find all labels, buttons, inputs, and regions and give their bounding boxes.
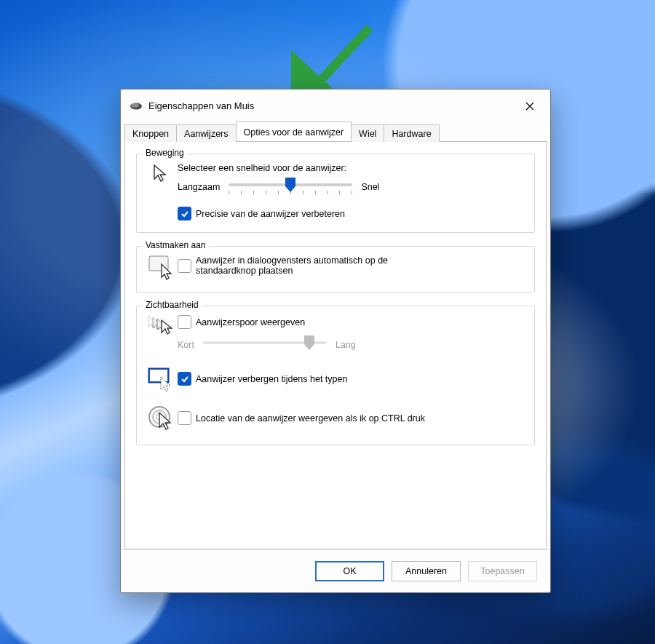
close-icon [525, 102, 534, 111]
checkbox-icon [178, 259, 191, 273]
apply-button[interactable]: Toepassen [468, 561, 537, 581]
trail-short-label: Kort [178, 340, 194, 350]
enhance-precision-label: Precisie van de aanwijzer verbeteren [196, 209, 345, 219]
checkbox-icon [178, 372, 191, 386]
tab-hardware[interactable]: Hardware [384, 124, 439, 142]
ctrl-locate-icon [146, 405, 178, 433]
checkbox-icon [178, 315, 191, 329]
slider-slow-label: Langzaam [178, 182, 220, 192]
close-button[interactable] [514, 94, 546, 118]
tab-buttons[interactable]: Knoppen [124, 124, 177, 142]
snap-to-default-checkbox[interactable]: Aanwijzer in dialoogvensters automatisch… [178, 255, 436, 276]
titlebar[interactable]: Eigenschappen van Muis [121, 90, 550, 122]
checkbox-icon [178, 207, 191, 220]
hide-while-typing-label: Aanwijzer verbergen tijdens het typen [196, 374, 347, 384]
tab-strip: Knoppen Aanwijzers Opties voor de aanwij… [121, 121, 550, 141]
trail-long-label: Lang [336, 340, 356, 350]
enhance-precision-checkbox[interactable]: Precisie van de aanwijzer verbeteren [178, 207, 345, 220]
dialog-footer: OK Annuleren Toepassen [121, 549, 550, 592]
group-visibility-legend: Zichtbaarheid [143, 300, 202, 310]
group-snap-legend: Vastmaken aan [143, 240, 209, 250]
cancel-button[interactable]: Annuleren [392, 561, 461, 581]
group-motion: Beweging Selecteer een snelheid voor de … [136, 154, 535, 233]
pointer-speed-slider[interactable] [229, 178, 352, 196]
group-motion-legend: Beweging [143, 148, 187, 158]
slider-fast-label: Snel [361, 182, 379, 192]
svg-point-3 [131, 103, 139, 107]
hide-while-typing-checkbox[interactable]: Aanwijzer verbergen tijdens het typen [178, 372, 347, 386]
tab-pointers[interactable]: Aanwijzers [176, 124, 236, 142]
pointer-trail-checkbox[interactable]: Aanwijzerspoor weergeven [178, 315, 305, 329]
mouse-icon [130, 102, 143, 111]
group-snap-to: Vastmaken aan Aanwijzer in dialoogvenste… [136, 246, 535, 293]
tab-pointer-options[interactable]: Opties voor de aanwijzer [236, 122, 352, 141]
ctrl-locate-checkbox[interactable]: Locatie van de aanwijzer weergeven als i… [178, 411, 425, 425]
pointer-speed-heading: Selecteer een snelheid voor de aanwijzer… [178, 163, 525, 173]
ctrl-locate-label: Locatie van de aanwijzer weergeven als i… [196, 413, 425, 424]
mouse-properties-dialog: Eigenschappen van Muis Knoppen Aanwijzer… [120, 89, 551, 593]
desktop-background: Eigenschappen van Muis Knoppen Aanwijzer… [0, 0, 655, 644]
tab-page-pointer-options: Beweging Selecteer een snelheid voor de … [124, 141, 547, 549]
tab-wheel[interactable]: Wiel [351, 124, 384, 142]
pointer-trail-icon [146, 315, 178, 340]
pointer-trail-slider [203, 335, 327, 354]
snap-to-icon [146, 255, 178, 280]
ok-button[interactable]: OK [315, 561, 384, 581]
hide-while-typing-icon [146, 367, 178, 392]
checkbox-icon [178, 411, 191, 425]
snap-to-default-label: Aanwijzer in dialoogvensters automatisch… [196, 255, 436, 276]
svg-rect-6 [150, 370, 167, 381]
group-visibility: Zichtbaarheid Aanwijzerspoor [136, 306, 535, 445]
window-title: Eigenschappen van Muis [148, 100, 514, 111]
svg-line-0 [311, 28, 370, 90]
pointer-speed-icon [146, 163, 178, 185]
pointer-trail-label: Aanwijzerspoor weergeven [196, 317, 305, 327]
